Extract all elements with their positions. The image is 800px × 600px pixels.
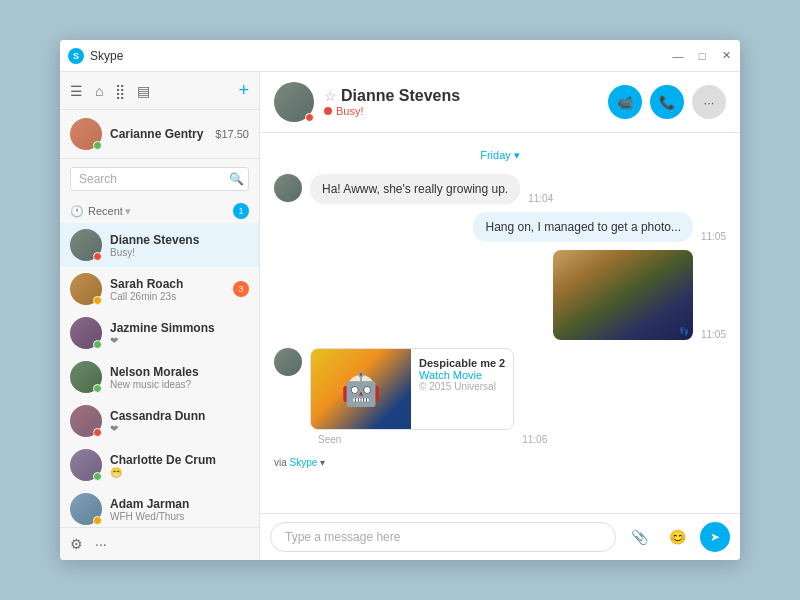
message-text: Ha! Awww, she's really growing up. bbox=[322, 182, 508, 196]
user-profile[interactable]: Carianne Gentry $17.50 bbox=[60, 110, 259, 159]
main-content: ☰ ⌂ ⣿ ▤ + Carianne Gentry $17.50 🔍 bbox=[60, 72, 740, 560]
contact-item[interactable]: Charlotte De Crum 😁 bbox=[60, 443, 259, 487]
chat-header-info: ☆ Dianne Stevens Busy! bbox=[324, 87, 608, 117]
busy-dot bbox=[324, 107, 332, 115]
message-time: 11:04 bbox=[528, 193, 553, 204]
contacts-list: Dianne Stevens Busy! Sarah Roach Call 26… bbox=[60, 223, 259, 527]
apps-icon[interactable]: ⣿ bbox=[115, 83, 125, 99]
star-icon[interactable]: ☆ bbox=[324, 88, 337, 104]
recent-chevron: ▾ bbox=[125, 205, 131, 218]
title-bar: S Skype — □ ✕ bbox=[60, 40, 740, 72]
contact-name: Adam Jarman bbox=[110, 497, 249, 511]
skype-logo: S bbox=[68, 48, 84, 64]
avatar bbox=[70, 493, 102, 525]
more-options-button[interactable]: ··· bbox=[692, 85, 726, 119]
message-avatar bbox=[274, 348, 302, 376]
sidebar-footer: ⚙ ··· bbox=[60, 527, 259, 560]
chat-avatar bbox=[274, 82, 314, 122]
movie-message-container: 🤖 ▶ Despicable me 2 Watch Movie © 2015 U… bbox=[310, 348, 514, 445]
message-text: Hang on, I managed to get a photo... bbox=[485, 220, 680, 234]
chat-status-dot bbox=[305, 113, 314, 122]
recent-badge: 1 bbox=[233, 203, 249, 219]
movie-thumbnail: 🤖 ▶ bbox=[311, 349, 411, 429]
contact-status: ❤ bbox=[110, 335, 249, 346]
settings-icon[interactable]: ⚙ bbox=[70, 536, 83, 552]
chat-contact-name: Dianne Stevens bbox=[341, 87, 460, 105]
message-bubble: Ha! Awww, she's really growing up. bbox=[310, 174, 520, 204]
movie-copyright: © 2015 Universal bbox=[419, 381, 505, 392]
close-button[interactable]: ✕ bbox=[720, 50, 732, 62]
message-row: 11:05 Hang on, I managed to get a photo.… bbox=[274, 212, 726, 242]
contacts-icon[interactable]: ▤ bbox=[137, 83, 150, 99]
contact-name: Dianne Stevens bbox=[110, 233, 249, 247]
user-name: Carianne Gentry bbox=[110, 127, 215, 141]
window-controls: — □ ✕ bbox=[672, 50, 732, 62]
hamburger-icon[interactable]: ☰ bbox=[70, 83, 83, 99]
movie-title: Despicable me 2 bbox=[419, 357, 505, 369]
contact-name: Cassandra Dunn bbox=[110, 409, 249, 423]
message-avatar bbox=[274, 174, 302, 202]
sidebar-nav: ☰ ⌂ ⣿ ▤ + bbox=[60, 72, 259, 110]
status-dot bbox=[93, 428, 102, 437]
message-time: 11:05 bbox=[701, 329, 726, 340]
recent-clock-icon: 🕐 bbox=[70, 205, 84, 218]
date-divider[interactable]: Friday ▾ bbox=[274, 149, 726, 162]
avatar bbox=[70, 273, 102, 305]
message-row: 11:05 👣 bbox=[274, 250, 726, 340]
chat-area: ☆ Dianne Stevens Busy! 📹 📞 ··· bbox=[260, 72, 740, 560]
maximize-button[interactable]: □ bbox=[696, 50, 708, 62]
contact-name: Sarah Roach bbox=[110, 277, 233, 291]
watch-movie-link[interactable]: Watch Movie bbox=[419, 369, 505, 381]
movie-card[interactable]: 🤖 ▶ Despicable me 2 Watch Movie © 2015 U… bbox=[310, 348, 514, 430]
more-icon[interactable]: ··· bbox=[95, 536, 107, 552]
seen-label: Seen bbox=[310, 434, 514, 445]
skype-window: S Skype — □ ✕ ☰ ⌂ ⣿ ▤ + bbox=[60, 40, 740, 560]
user-avatar bbox=[70, 118, 102, 150]
photo-message[interactable]: 👣 bbox=[553, 250, 693, 340]
contact-item[interactable]: Nelson Morales New music ideas? bbox=[60, 355, 259, 399]
add-button[interactable]: + bbox=[238, 80, 249, 101]
recent-label: Recent bbox=[88, 205, 123, 217]
contact-status: ❤ bbox=[110, 423, 249, 434]
via-chevron: ▾ bbox=[320, 457, 325, 468]
contact-name: Charlotte De Crum bbox=[110, 453, 249, 467]
send-button[interactable]: ➤ bbox=[700, 522, 730, 552]
contact-info: Nelson Morales New music ideas? bbox=[110, 365, 249, 390]
message-row: 🤖 ▶ Despicable me 2 Watch Movie © 2015 U… bbox=[274, 348, 726, 445]
status-dot bbox=[93, 340, 102, 349]
avatar bbox=[70, 361, 102, 393]
status-dot bbox=[93, 252, 102, 261]
contact-item[interactable]: Dianne Stevens Busy! bbox=[60, 223, 259, 267]
user-amount: $17.50 bbox=[215, 128, 249, 140]
via-skype-link[interactable]: Skype bbox=[290, 457, 318, 468]
contact-name: Jazmine Simmons bbox=[110, 321, 249, 335]
home-icon[interactable]: ⌂ bbox=[95, 83, 103, 99]
emoji-button[interactable]: 😊 bbox=[662, 522, 692, 552]
contact-info: Cassandra Dunn ❤ bbox=[110, 409, 249, 434]
chat-header: ☆ Dianne Stevens Busy! 📹 📞 ··· bbox=[260, 72, 740, 133]
messages-area: Friday ▾ Ha! Awww, she's really growing … bbox=[260, 133, 740, 513]
minimize-button[interactable]: — bbox=[672, 50, 684, 62]
contact-item[interactable]: Sarah Roach Call 26min 23s 3 bbox=[60, 267, 259, 311]
video-call-button[interactable]: 📹 bbox=[608, 85, 642, 119]
status-dot bbox=[93, 472, 102, 481]
contact-name: Nelson Morales bbox=[110, 365, 249, 379]
contact-item[interactable]: Adam Jarman WFH Wed/Thurs bbox=[60, 487, 259, 527]
chat-input-area: 📎 😊 ➤ bbox=[260, 513, 740, 560]
audio-call-button[interactable]: 📞 bbox=[650, 85, 684, 119]
search-input[interactable] bbox=[79, 172, 229, 186]
contact-info: Dianne Stevens Busy! bbox=[110, 233, 249, 258]
window-title: Skype bbox=[90, 49, 672, 63]
status-dot bbox=[93, 296, 102, 305]
contact-item[interactable]: Jazmine Simmons ❤ bbox=[60, 311, 259, 355]
message-input[interactable] bbox=[270, 522, 616, 552]
contact-item[interactable]: Cassandra Dunn ❤ bbox=[60, 399, 259, 443]
contact-status: 😁 bbox=[110, 467, 249, 478]
contact-badge: 3 bbox=[233, 281, 249, 297]
search-box[interactable]: 🔍 bbox=[70, 167, 249, 191]
attachment-button[interactable]: 📎 bbox=[624, 522, 654, 552]
contact-status: Call 26min 23s bbox=[110, 291, 233, 302]
sidebar: ☰ ⌂ ⣿ ▤ + Carianne Gentry $17.50 🔍 bbox=[60, 72, 260, 560]
message-time: 11:05 bbox=[701, 231, 726, 242]
contact-info: Jazmine Simmons ❤ bbox=[110, 321, 249, 346]
